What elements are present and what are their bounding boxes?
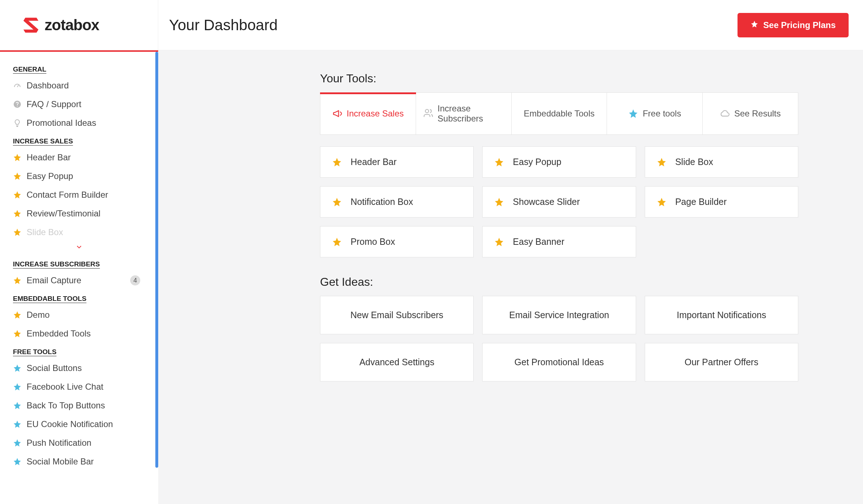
card-label: Promo Box	[351, 237, 395, 247]
sidebar-item-social-mobile-bar[interactable]: Social Mobile Bar	[0, 452, 158, 471]
nav-label: Contact Form Builder	[27, 190, 108, 200]
sidebar-item-easy-popup[interactable]: Easy Popup	[0, 167, 158, 185]
tab-embeddable-tools[interactable]: Embeddable Tools	[512, 93, 607, 134]
sidebar-item-eu-cookie-notification[interactable]: EU Cookie Notification	[0, 415, 158, 434]
sidebar-item-facebook-live-chat[interactable]: Facebook Live Chat	[0, 377, 158, 396]
tool-card-promo-box[interactable]: Promo Box	[320, 226, 474, 257]
sidebar-item-promotional-ideas[interactable]: Promotional Ideas	[0, 114, 158, 132]
tool-card-notification-box[interactable]: Notification Box	[320, 186, 474, 217]
logo[interactable]: zotabox	[22, 16, 99, 35]
section-title: GENERAL	[0, 60, 158, 76]
card-label: Slide Box	[675, 157, 713, 167]
sidebar-item-slide-box[interactable]: Slide Box	[0, 223, 158, 242]
card-label: Notification Box	[351, 197, 413, 207]
star-icon	[750, 20, 758, 30]
tab-label: Embeddable Tools	[524, 109, 594, 119]
sidebar-item-faq-support[interactable]: FAQ / Support	[0, 95, 158, 114]
tab-label: Increase Subscribers	[438, 104, 504, 124]
tab-label: Increase Sales	[347, 109, 404, 119]
logo-icon	[22, 16, 40, 35]
nav-label: Slide Box	[27, 227, 63, 237]
star-gold-icon	[13, 329, 22, 338]
header-main: Your Dashboard See Pricing Plans	[158, 13, 863, 37]
ideas-heading: Get Ideas:	[320, 275, 798, 289]
section-title: FREE TOOLS	[0, 343, 158, 359]
nav-label: EU Cookie Notification	[27, 419, 113, 429]
sidebar-item-review-testimonial[interactable]: Review/Testimonial	[0, 204, 158, 223]
star-gold-icon	[13, 153, 22, 162]
cloud-icon	[720, 109, 730, 119]
section-title: EMBEDDABLE TOOLS	[0, 290, 158, 306]
see-pricing-button[interactable]: See Pricing Plans	[738, 13, 849, 37]
tool-card-easy-banner[interactable]: Easy Banner	[482, 226, 636, 257]
star-blue-icon	[628, 109, 638, 119]
sidebar-item-demo[interactable]: Demo	[0, 306, 158, 324]
tab-increase-subscribers[interactable]: Increase Subscribers	[416, 93, 512, 134]
sidebar-item-contact-form-builder[interactable]: Contact Form Builder	[0, 185, 158, 204]
users-icon	[423, 109, 433, 119]
star-blue-icon	[13, 439, 22, 447]
nav-label: FAQ / Support	[27, 99, 81, 109]
nav-label: Review/Testimonial	[27, 209, 100, 219]
tool-card-easy-popup[interactable]: Easy Popup	[482, 146, 636, 178]
pricing-button-label: See Pricing Plans	[763, 20, 836, 30]
nav-label: Back To Top Buttons	[27, 400, 105, 411]
card-label: Header Bar	[351, 157, 397, 167]
star-gold-icon	[13, 172, 22, 180]
star-icon	[494, 197, 504, 207]
logo-text: zotabox	[45, 17, 99, 34]
star-blue-icon	[13, 420, 22, 429]
sidebar-item-header-bar[interactable]: Header Bar	[0, 148, 158, 167]
tool-card-slide-box[interactable]: Slide Box	[645, 146, 798, 178]
card-label: Advanced Settings	[359, 357, 434, 367]
sidebar: GENERALDashboardFAQ / SupportPromotional…	[0, 50, 158, 504]
card-label: Our Partner Offers	[685, 357, 758, 367]
sidebar-item-social-buttons[interactable]: Social Buttons	[0, 359, 158, 377]
tab-label: Free tools	[643, 109, 681, 119]
star-icon	[332, 197, 342, 207]
nav-label: Social Buttons	[27, 363, 82, 373]
nav-label: Email Capture	[27, 275, 81, 285]
nav-label: Header Bar	[27, 152, 71, 162]
tool-card-header-bar[interactable]: Header Bar	[320, 146, 474, 178]
tab-see-results[interactable]: See Results	[703, 93, 798, 134]
star-icon	[657, 197, 667, 207]
tool-card-showcase-slider[interactable]: Showcase Slider	[482, 186, 636, 217]
star-icon	[494, 237, 504, 247]
card-label: Easy Popup	[513, 157, 561, 167]
star-gold-icon	[13, 191, 22, 199]
star-gold-icon	[13, 276, 22, 285]
card-label: New Email Subscribers	[350, 310, 443, 320]
star-blue-icon	[13, 364, 22, 372]
page-title: Your Dashboard	[169, 17, 278, 34]
tab-free-tools[interactable]: Free tools	[607, 93, 703, 134]
card-label: Email Service Integration	[509, 310, 609, 320]
sidebar-item-back-to-top-buttons[interactable]: Back To Top Buttons	[0, 396, 158, 415]
sidebar-item-email-capture[interactable]: Email Capture4	[0, 271, 158, 290]
nav-label: Facebook Live Chat	[27, 382, 103, 392]
nav-label: Easy Popup	[27, 171, 73, 181]
card-label: Get Promotional Ideas	[515, 357, 604, 367]
nav-label: Social Mobile Bar	[27, 457, 94, 467]
idea-card-new-email-subscribers[interactable]: New Email Subscribers	[320, 296, 474, 334]
bulb-icon	[13, 119, 22, 127]
tool-card-page-builder[interactable]: Page Builder	[645, 186, 798, 217]
star-icon	[332, 157, 342, 167]
star-gold-icon	[13, 228, 22, 237]
idea-card-get-promotional-ideas[interactable]: Get Promotional Ideas	[482, 343, 636, 381]
sidebar-item-push-notification[interactable]: Push Notification	[0, 434, 158, 452]
idea-card-important-notifications[interactable]: Important Notifications	[645, 296, 798, 334]
expand-chevron[interactable]	[0, 242, 158, 255]
card-label: Important Notifications	[677, 310, 766, 320]
idea-card-advanced-settings[interactable]: Advanced Settings	[320, 343, 474, 381]
idea-cards: New Email SubscribersEmail Service Integ…	[320, 296, 798, 381]
idea-card-email-service-integration[interactable]: Email Service Integration	[482, 296, 636, 334]
idea-card-our-partner-offers[interactable]: Our Partner Offers	[645, 343, 798, 381]
tab-label: See Results	[734, 109, 781, 119]
sidebar-item-embedded-tools[interactable]: Embedded Tools	[0, 324, 158, 343]
sidebar-item-dashboard[interactable]: Dashboard	[0, 76, 158, 95]
logo-area: zotabox	[0, 0, 158, 50]
nav-label: Dashboard	[27, 81, 69, 91]
tab-increase-sales[interactable]: Increase Sales	[320, 93, 416, 134]
nav-label: Demo	[27, 310, 50, 320]
